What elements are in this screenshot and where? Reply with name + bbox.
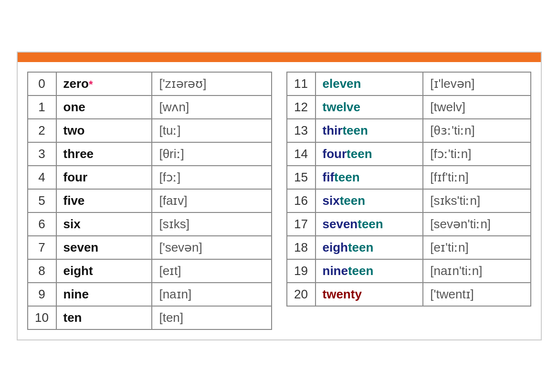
number-cell: 0 — [28, 72, 56, 95]
table-row: 8eight[eɪt] — [28, 259, 272, 283]
word-cell: two — [56, 119, 152, 142]
phonetic-cell: [sɪks'tiːn] — [423, 189, 530, 212]
table-row: 2two[tuː] — [28, 119, 272, 142]
phonetic-cell: ['sevən] — [152, 236, 271, 259]
word-cell: three — [56, 142, 152, 166]
table-row: 14fourteen[fɔː'tiːn] — [287, 142, 531, 166]
word-cell: sixteen — [316, 189, 423, 212]
word-cell: nine — [56, 283, 152, 306]
table-row: 10ten[ten] — [28, 306, 272, 329]
word-cell: twelve — [316, 95, 423, 119]
table-row: 1one[wʌn] — [28, 95, 272, 119]
number-cell: 11 — [287, 72, 316, 95]
word-cell: fifteen — [316, 166, 423, 189]
phonetic-cell: [naɪn] — [152, 283, 271, 306]
table-row: 12twelve[twelv] — [287, 95, 531, 119]
number-cell: 3 — [28, 142, 56, 166]
table-row: 13thirteen[θɜː'tiːn] — [287, 119, 531, 142]
table-row: 16sixteen[sɪks'tiːn] — [287, 189, 531, 212]
word-cell: thirteen — [316, 119, 423, 142]
table-row: 18eighteen[eɪ'tiːn] — [287, 236, 531, 259]
word-cell: eighteen — [316, 236, 423, 259]
table-row: 11eleven[ɪ'levən] — [287, 72, 531, 95]
word-cell: six — [56, 212, 152, 236]
table-row: 15fifteen[fɪf'tiːn] — [287, 166, 531, 189]
header — [18, 53, 541, 62]
phonetic-cell: [θriː] — [152, 142, 271, 166]
phonetic-cell: [eɪt] — [152, 259, 271, 283]
phonetic-cell: ['zɪərəʊ] — [152, 72, 271, 95]
phonetic-cell: [faɪv] — [152, 189, 271, 212]
word-cell: one — [56, 95, 152, 119]
table-row: 6six[sɪks] — [28, 212, 272, 236]
content: 0zero*['zɪərəʊ]1one[wʌn]2two[tuː]3three[… — [18, 62, 541, 339]
phonetic-cell: [fɪf'tiːn] — [423, 166, 530, 189]
table-row: 7seven['sevən] — [28, 236, 272, 259]
number-cell: 17 — [287, 212, 316, 236]
phonetic-cell: [wʌn] — [152, 95, 271, 119]
table-row: 5five[faɪv] — [28, 189, 272, 212]
phonetic-cell: [ɪ'levən] — [423, 72, 530, 95]
table-row: 3three[θriː] — [28, 142, 272, 166]
phonetic-cell: [fɔː'tiːn] — [423, 142, 530, 166]
number-cell: 8 — [28, 259, 56, 283]
number-cell: 14 — [287, 142, 316, 166]
phonetic-cell: [sevən'tiːn] — [423, 212, 530, 236]
number-cell: 16 — [287, 189, 316, 212]
number-cell: 2 — [28, 119, 56, 142]
word-cell: nineteen — [316, 259, 423, 283]
word-cell: seven — [56, 236, 152, 259]
phonetic-cell: [fɔː] — [152, 166, 271, 189]
number-cell: 5 — [28, 189, 56, 212]
table-row: 19nineteen[naɪn'tiːn] — [287, 259, 531, 283]
number-cell: 4 — [28, 166, 56, 189]
number-cell: 6 — [28, 212, 56, 236]
table-row: 0zero*['zɪərəʊ] — [28, 72, 272, 95]
word-cell: seventeen — [316, 212, 423, 236]
phonetic-cell: [tuː] — [152, 119, 271, 142]
left-table: 0zero*['zɪərəʊ]1one[wʌn]2two[tuː]3three[… — [27, 72, 272, 330]
phonetic-cell: [sɪks] — [152, 212, 271, 236]
word-cell: eleven — [316, 72, 423, 95]
table-row: 4four[fɔː] — [28, 166, 272, 189]
phonetic-cell: [ten] — [152, 306, 271, 329]
word-cell: twenty — [316, 283, 423, 306]
number-cell: 18 — [287, 236, 316, 259]
phonetic-cell: [eɪ'tiːn] — [423, 236, 530, 259]
word-cell: four — [56, 166, 152, 189]
number-cell: 7 — [28, 236, 56, 259]
phonetic-cell: ['twentɪ] — [423, 283, 530, 306]
table-row: 20twenty['twentɪ] — [287, 283, 531, 306]
phonetic-cell: [twelv] — [423, 95, 530, 119]
table-row: 17seventeen[sevən'tiːn] — [287, 212, 531, 236]
word-cell: five — [56, 189, 152, 212]
number-cell: 10 — [28, 306, 56, 329]
number-cell: 19 — [287, 259, 316, 283]
number-cell: 15 — [287, 166, 316, 189]
number-cell: 20 — [287, 283, 316, 306]
word-cell: ten — [56, 306, 152, 329]
left-table-section: 0zero*['zɪərəʊ]1one[wʌn]2two[tuː]3three[… — [27, 72, 272, 330]
word-cell: zero* — [56, 72, 152, 95]
number-cell: 12 — [287, 95, 316, 119]
phonetic-cell: [naɪn'tiːn] — [423, 259, 530, 283]
table-row: 9nine[naɪn] — [28, 283, 272, 306]
word-cell: fourteen — [316, 142, 423, 166]
right-table-section: 11eleven[ɪ'levən]12twelve[twelv]13thirte… — [286, 72, 531, 330]
number-cell: 9 — [28, 283, 56, 306]
number-cell: 13 — [287, 119, 316, 142]
phonetic-cell: [θɜː'tiːn] — [423, 119, 530, 142]
page: 0zero*['zɪərəʊ]1one[wʌn]2two[tuː]3three[… — [17, 52, 542, 340]
number-cell: 1 — [28, 95, 56, 119]
right-table: 11eleven[ɪ'levən]12twelve[twelv]13thirte… — [286, 72, 531, 307]
word-cell: eight — [56, 259, 152, 283]
